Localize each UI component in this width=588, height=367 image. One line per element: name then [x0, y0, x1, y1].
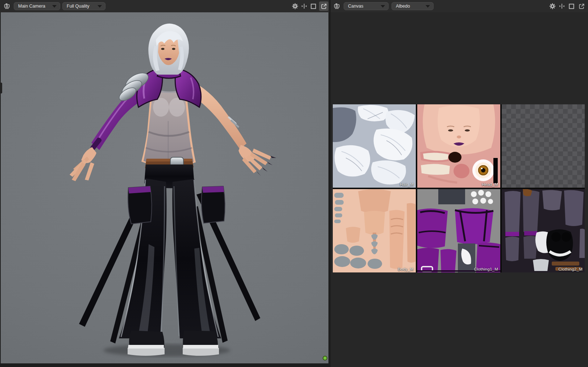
popout-icon[interactable]	[319, 1, 328, 11]
texture-tile-clothing1[interactable]: Clothing1_M	[417, 189, 500, 272]
application-window: Main Camera Full Quality	[0, 0, 588, 367]
chevron-down-icon	[52, 5, 57, 8]
channel-select-value: Albedo	[396, 4, 410, 9]
chevron-down-icon	[98, 5, 102, 8]
gear-icon[interactable]	[291, 3, 299, 10]
maximize-icon[interactable]	[310, 3, 317, 10]
texture-name: Hair_M	[400, 182, 414, 187]
render-camera-icon	[4, 3, 11, 10]
split-view-icon[interactable]	[558, 3, 566, 10]
texture-tile-empty[interactable]	[502, 104, 585, 188]
texture-name: Clothing2_M	[558, 267, 583, 271]
quality-select-value: Full Quality	[67, 4, 90, 9]
texture-tile-clothing2[interactable]: Clothing2_M	[502, 189, 585, 272]
canvas-select-value: Canvas	[348, 4, 363, 9]
viewport-toolbar: Main Camera Full Quality	[0, 0, 329, 12]
texture-tile-grid: Hair_M	[333, 104, 585, 272]
status-indicator-dot	[323, 356, 327, 360]
panel-collapse-handle[interactable]	[0, 83, 2, 93]
camera-select-value: Main Camera	[18, 4, 45, 9]
viewport-panel: Main Camera Full Quality	[0, 0, 329, 367]
split-view-icon[interactable]	[301, 3, 308, 10]
texture-tile-head[interactable]: Head_M	[417, 104, 500, 188]
texture-name: Head_M	[482, 182, 498, 187]
chevron-down-icon	[426, 5, 430, 8]
render-camera-icon	[334, 3, 341, 10]
3d-viewport[interactable]	[1, 12, 328, 363]
texture-name: Clothing1_M	[474, 267, 498, 271]
maximize-icon[interactable]	[568, 3, 575, 10]
chevron-down-icon	[381, 5, 385, 8]
camera-select[interactable]: Main Camera	[14, 2, 60, 10]
canvas-select[interactable]: Canvas	[344, 2, 389, 10]
channel-select[interactable]: Albedo	[392, 2, 434, 10]
character-model	[1, 12, 328, 363]
gear-icon[interactable]	[549, 3, 556, 10]
texture-name: Body_M	[398, 267, 414, 271]
texture-toolbar: Canvas Albedo	[331, 0, 588, 12]
quality-select[interactable]: Full Quality	[62, 2, 105, 10]
texture-tile-hair[interactable]: Hair_M	[333, 104, 416, 188]
texture-panel: Canvas Albedo	[331, 0, 588, 367]
popout-icon[interactable]	[578, 3, 585, 10]
texture-tile-body[interactable]: Body_M	[333, 189, 416, 272]
